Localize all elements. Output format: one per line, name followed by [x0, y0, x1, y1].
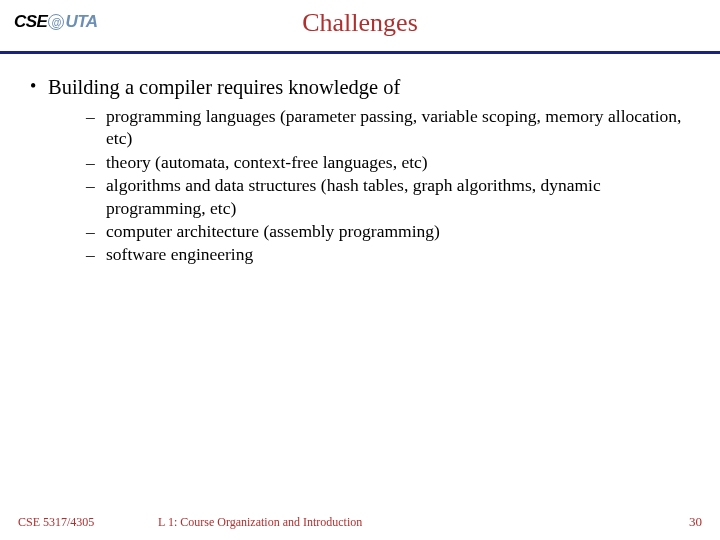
list-item: algorithms and data structures (hash tab… — [84, 174, 692, 219]
logo-text-uta: UTA — [65, 12, 97, 32]
list-item: computer architecture (assembly programm… — [84, 220, 692, 242]
main-bullet: Building a compiler requires knowledge o… — [28, 76, 692, 266]
list-item: programming languages (parameter passing… — [84, 105, 692, 150]
footer-page-number: 30 — [689, 514, 702, 530]
main-bullet-text: Building a compiler requires knowledge o… — [48, 76, 400, 98]
logo-text-cse: CSE — [14, 12, 47, 32]
slide-footer: CSE 5317/4305 L 1: Course Organization a… — [0, 514, 720, 530]
list-item: software engineering — [84, 243, 692, 265]
sub-bullet-list: programming languages (parameter passing… — [48, 99, 692, 266]
slide-title: Challenges — [0, 0, 720, 38]
footer-lecture-title: L 1: Course Organization and Introductio… — [158, 515, 689, 530]
list-item: theory (automata, context-free languages… — [84, 151, 692, 173]
logo: CSE @ UTA — [14, 12, 98, 32]
slide-header: CSE @ UTA Challenges — [0, 0, 720, 48]
slide-content: Building a compiler requires knowledge o… — [0, 54, 720, 266]
logo-at-icon: @ — [48, 14, 64, 30]
footer-course-code: CSE 5317/4305 — [18, 515, 158, 530]
